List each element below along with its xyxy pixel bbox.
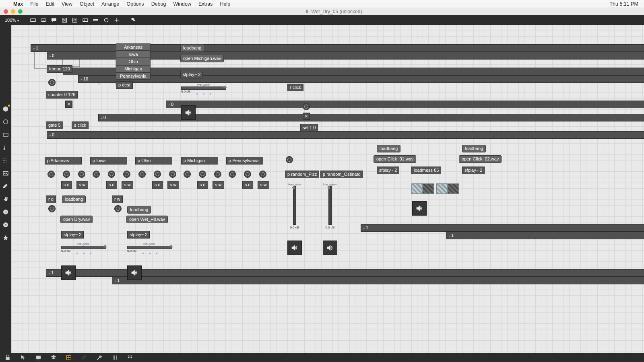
number-box[interactable]: 1	[446, 232, 644, 239]
mac-menubar[interactable]: Max File Edit View Object Arrange Option…	[0, 0, 644, 8]
live-gain-vertical[interactable]: live.gain~ 0.0 dB	[325, 183, 335, 229]
open-dry-message[interactable]: open Dry.wav	[60, 216, 93, 223]
send-w-object[interactable]: s w	[122, 181, 133, 189]
toggle-box[interactable]	[303, 113, 310, 120]
menu-max[interactable]: Max	[10, 1, 27, 7]
receive-click-object[interactable]: r click	[287, 84, 303, 91]
state-umenu[interactable]: Arkansas Iowa Ohio Michigan Pennsylvania	[116, 43, 151, 80]
p-penn-object[interactable]: p Pennsylvania	[226, 157, 263, 165]
lock-icon[interactable]	[4, 354, 11, 361]
new-toggle-icon[interactable]	[60, 16, 69, 24]
number-box[interactable]: 0	[166, 101, 644, 108]
open-click01-message[interactable]: open Click_01.wav	[374, 155, 416, 163]
circle-b-icon[interactable]: b	[2, 221, 9, 228]
ruler-icon[interactable]	[2, 183, 9, 190]
align-icon[interactable]	[2, 157, 9, 164]
new-bpatcher-icon[interactable]	[102, 16, 111, 24]
bang-button[interactable]	[78, 171, 85, 178]
bang-button[interactable]	[47, 171, 55, 178]
bang-button[interactable]	[108, 171, 115, 178]
meter-object[interactable]	[411, 183, 423, 194]
receive-w-object[interactable]: r w	[112, 195, 123, 203]
p-arkansas-object[interactable]: p Arkansas	[45, 157, 82, 165]
bang-button[interactable]	[154, 171, 161, 178]
zoom-level[interactable]: 100% ▾	[2, 18, 21, 23]
toggle-box[interactable]	[65, 101, 72, 108]
send-w-object[interactable]: s w	[258, 181, 269, 189]
live-gain[interactable]: live.gain~ 0.0 dB	[181, 83, 226, 96]
loadbang-object[interactable]: loadbang	[180, 44, 204, 52]
live-gain[interactable]: live.gain~ 0.0 dB	[127, 242, 172, 255]
tempo-object[interactable]: tempo 120	[47, 65, 72, 73]
circle-n-icon[interactable]: n	[2, 208, 9, 216]
p-random-ostinato-object[interactable]: p random_Ostinato	[320, 171, 363, 178]
menu-object[interactable]: Object	[76, 1, 98, 7]
menu-options[interactable]: Options	[123, 1, 148, 7]
layers-icon[interactable]	[50, 354, 57, 361]
bang-button[interactable]	[199, 171, 206, 178]
ezdac-speaker-icon[interactable]	[323, 241, 337, 255]
menu-extras[interactable]: Extras	[195, 1, 216, 7]
new-button-icon[interactable]	[70, 16, 79, 24]
p-random-pizz-object[interactable]: p random_Pizz	[285, 171, 319, 178]
bang-button[interactable]	[286, 156, 293, 163]
menu-view[interactable]: View	[58, 1, 76, 7]
loadbang-object[interactable]: loadbang	[377, 145, 400, 152]
umenu-item[interactable]: Michigan	[116, 65, 151, 72]
ezdac-speaker-icon[interactable]	[61, 265, 76, 280]
ezdac-speaker-icon[interactable]	[181, 105, 196, 120]
meter-object[interactable]	[436, 183, 448, 194]
send-d-object[interactable]: s d	[242, 181, 253, 189]
send-d-object[interactable]: s d	[197, 181, 208, 189]
zoom-window-button[interactable]	[18, 9, 23, 14]
p-iowa-object[interactable]: p Iowa	[90, 157, 127, 165]
bang-button[interactable]	[114, 205, 122, 212]
bang-button[interactable]	[48, 205, 56, 212]
p-ohio-object[interactable]: p Ohio	[135, 157, 172, 165]
close-window-button[interactable]	[4, 9, 8, 14]
star-icon[interactable]	[2, 234, 9, 241]
menu-debug[interactable]: Debug	[148, 1, 170, 7]
number-box[interactable]: 1	[112, 277, 644, 284]
bang-button[interactable]	[48, 79, 56, 86]
grid-snap-icon[interactable]	[65, 354, 72, 361]
send-w-object[interactable]: s w	[213, 181, 224, 189]
dsp-status-icon[interactable]	[126, 354, 134, 361]
menu-edit[interactable]: Edit	[42, 1, 58, 7]
sfplay-object[interactable]: sfplay~ 2	[180, 71, 203, 78]
presentation-icon[interactable]	[35, 354, 42, 361]
send-d-object[interactable]: s d	[152, 181, 163, 189]
bang-button[interactable]	[303, 103, 310, 110]
ezdac-speaker-icon[interactable]	[412, 201, 427, 216]
patch-cords-icon[interactable]	[80, 354, 88, 361]
bang-button[interactable]	[63, 171, 70, 178]
bang-button[interactable]	[214, 171, 221, 178]
bang-button[interactable]	[259, 171, 266, 178]
sfplay-object[interactable]: sfplay~ 2	[127, 231, 150, 239]
menu-help[interactable]: Help	[216, 1, 234, 7]
cursor-icon[interactable]	[19, 354, 27, 361]
new-message-icon[interactable]: m	[39, 16, 48, 24]
menu-arrange[interactable]: Arrange	[98, 1, 123, 7]
patcher-canvas[interactable]: 1 0 8 16 tempo 120 counter 0 126 0 0 gat…	[11, 25, 644, 353]
new-add-icon[interactable]	[112, 16, 121, 24]
hand-icon[interactable]	[2, 195, 9, 203]
package-icon[interactable]	[2, 105, 9, 113]
new-number-icon[interactable]	[81, 16, 90, 24]
send-d-object[interactable]: s d	[61, 181, 72, 189]
loadbang-object[interactable]: loadbang	[127, 206, 151, 214]
open-click02-message[interactable]: open Click_02.wav	[459, 155, 502, 163]
ezdac-speaker-icon[interactable]	[287, 241, 302, 255]
panel-icon[interactable]	[2, 131, 9, 138]
format-paint-icon[interactable]	[128, 16, 137, 24]
number-box[interactable]: 0	[98, 114, 644, 121]
loadbang-object[interactable]: loadbang	[62, 195, 86, 203]
umenu-item[interactable]: Pennsylvania	[116, 72, 151, 80]
receive-d-object[interactable]: r d	[46, 195, 56, 203]
meter-object[interactable]	[423, 183, 434, 194]
meter-object[interactable]	[448, 183, 459, 194]
note-icon[interactable]	[2, 144, 9, 151]
minimize-window-button[interactable]	[11, 9, 15, 14]
new-comment-icon[interactable]	[50, 16, 58, 24]
new-object-icon[interactable]	[29, 16, 37, 24]
